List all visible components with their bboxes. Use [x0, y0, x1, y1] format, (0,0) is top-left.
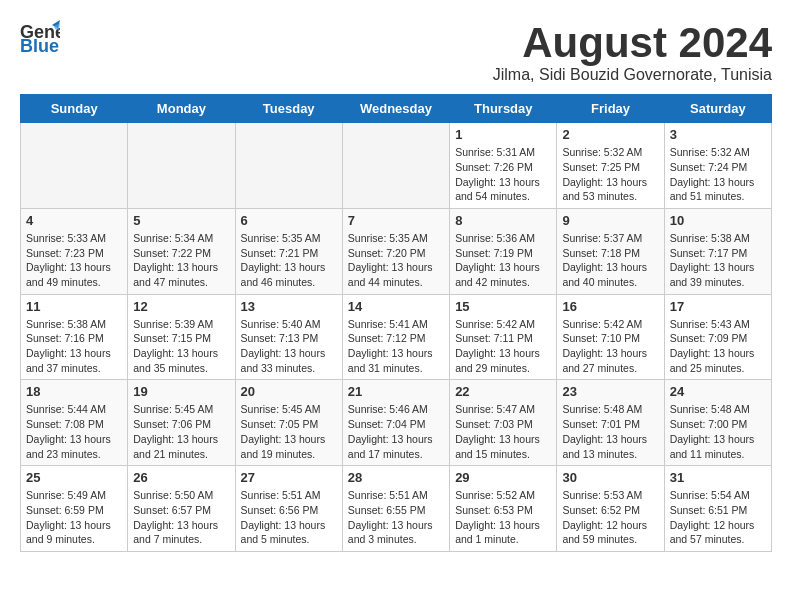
day-of-week-header: Thursday	[450, 95, 557, 123]
page-header: General Blue August 2024 Jilma, Sidi Bou…	[20, 20, 772, 84]
day-number: 23	[562, 384, 658, 399]
day-info: Sunrise: 5:42 AMSunset: 7:10 PMDaylight:…	[562, 317, 658, 376]
day-number: 13	[241, 299, 337, 314]
month-title: August 2024	[493, 20, 772, 66]
calendar-header-row: SundayMondayTuesdayWednesdayThursdayFrid…	[21, 95, 772, 123]
calendar-cell: 12Sunrise: 5:39 AMSunset: 7:15 PMDayligh…	[128, 294, 235, 380]
calendar-cell: 25Sunrise: 5:49 AMSunset: 6:59 PMDayligh…	[21, 466, 128, 552]
day-number: 4	[26, 213, 122, 228]
day-info: Sunrise: 5:32 AMSunset: 7:24 PMDaylight:…	[670, 145, 766, 204]
day-of-week-header: Sunday	[21, 95, 128, 123]
calendar-week-row: 4Sunrise: 5:33 AMSunset: 7:23 PMDaylight…	[21, 208, 772, 294]
day-number: 29	[455, 470, 551, 485]
day-number: 15	[455, 299, 551, 314]
calendar-cell	[342, 123, 449, 209]
calendar-cell	[128, 123, 235, 209]
calendar-cell	[21, 123, 128, 209]
calendar-cell: 17Sunrise: 5:43 AMSunset: 7:09 PMDayligh…	[664, 294, 771, 380]
day-number: 5	[133, 213, 229, 228]
calendar-week-row: 18Sunrise: 5:44 AMSunset: 7:08 PMDayligh…	[21, 380, 772, 466]
day-number: 22	[455, 384, 551, 399]
calendar-cell: 10Sunrise: 5:38 AMSunset: 7:17 PMDayligh…	[664, 208, 771, 294]
day-info: Sunrise: 5:45 AMSunset: 7:05 PMDaylight:…	[241, 402, 337, 461]
day-info: Sunrise: 5:52 AMSunset: 6:53 PMDaylight:…	[455, 488, 551, 547]
day-info: Sunrise: 5:39 AMSunset: 7:15 PMDaylight:…	[133, 317, 229, 376]
day-info: Sunrise: 5:44 AMSunset: 7:08 PMDaylight:…	[26, 402, 122, 461]
day-info: Sunrise: 5:48 AMSunset: 7:00 PMDaylight:…	[670, 402, 766, 461]
day-info: Sunrise: 5:48 AMSunset: 7:01 PMDaylight:…	[562, 402, 658, 461]
day-number: 26	[133, 470, 229, 485]
day-of-week-header: Friday	[557, 95, 664, 123]
calendar-cell: 1Sunrise: 5:31 AMSunset: 7:26 PMDaylight…	[450, 123, 557, 209]
day-of-week-header: Monday	[128, 95, 235, 123]
calendar-cell: 6Sunrise: 5:35 AMSunset: 7:21 PMDaylight…	[235, 208, 342, 294]
calendar-cell: 4Sunrise: 5:33 AMSunset: 7:23 PMDaylight…	[21, 208, 128, 294]
day-number: 27	[241, 470, 337, 485]
day-number: 11	[26, 299, 122, 314]
calendar-cell: 23Sunrise: 5:48 AMSunset: 7:01 PMDayligh…	[557, 380, 664, 466]
day-number: 10	[670, 213, 766, 228]
calendar-cell: 20Sunrise: 5:45 AMSunset: 7:05 PMDayligh…	[235, 380, 342, 466]
calendar-cell: 5Sunrise: 5:34 AMSunset: 7:22 PMDaylight…	[128, 208, 235, 294]
calendar-week-row: 25Sunrise: 5:49 AMSunset: 6:59 PMDayligh…	[21, 466, 772, 552]
day-number: 6	[241, 213, 337, 228]
day-info: Sunrise: 5:33 AMSunset: 7:23 PMDaylight:…	[26, 231, 122, 290]
day-number: 14	[348, 299, 444, 314]
day-number: 31	[670, 470, 766, 485]
day-info: Sunrise: 5:50 AMSunset: 6:57 PMDaylight:…	[133, 488, 229, 547]
calendar-body: 1Sunrise: 5:31 AMSunset: 7:26 PMDaylight…	[21, 123, 772, 552]
day-info: Sunrise: 5:46 AMSunset: 7:04 PMDaylight:…	[348, 402, 444, 461]
logo-icon: General Blue	[20, 20, 60, 59]
calendar-week-row: 1Sunrise: 5:31 AMSunset: 7:26 PMDaylight…	[21, 123, 772, 209]
day-info: Sunrise: 5:45 AMSunset: 7:06 PMDaylight:…	[133, 402, 229, 461]
day-info: Sunrise: 5:47 AMSunset: 7:03 PMDaylight:…	[455, 402, 551, 461]
day-info: Sunrise: 5:54 AMSunset: 6:51 PMDaylight:…	[670, 488, 766, 547]
day-number: 25	[26, 470, 122, 485]
day-number: 16	[562, 299, 658, 314]
day-info: Sunrise: 5:42 AMSunset: 7:11 PMDaylight:…	[455, 317, 551, 376]
day-number: 17	[670, 299, 766, 314]
day-number: 21	[348, 384, 444, 399]
day-info: Sunrise: 5:38 AMSunset: 7:16 PMDaylight:…	[26, 317, 122, 376]
day-info: Sunrise: 5:32 AMSunset: 7:25 PMDaylight:…	[562, 145, 658, 204]
svg-text:Blue: Blue	[20, 36, 59, 55]
calendar-cell: 15Sunrise: 5:42 AMSunset: 7:11 PMDayligh…	[450, 294, 557, 380]
location: Jilma, Sidi Bouzid Governorate, Tunisia	[493, 66, 772, 84]
day-number: 24	[670, 384, 766, 399]
calendar-cell: 7Sunrise: 5:35 AMSunset: 7:20 PMDaylight…	[342, 208, 449, 294]
calendar-cell: 30Sunrise: 5:53 AMSunset: 6:52 PMDayligh…	[557, 466, 664, 552]
calendar-cell: 29Sunrise: 5:52 AMSunset: 6:53 PMDayligh…	[450, 466, 557, 552]
calendar-cell: 3Sunrise: 5:32 AMSunset: 7:24 PMDaylight…	[664, 123, 771, 209]
calendar-cell: 11Sunrise: 5:38 AMSunset: 7:16 PMDayligh…	[21, 294, 128, 380]
day-of-week-header: Saturday	[664, 95, 771, 123]
calendar-cell: 22Sunrise: 5:47 AMSunset: 7:03 PMDayligh…	[450, 380, 557, 466]
day-info: Sunrise: 5:51 AMSunset: 6:55 PMDaylight:…	[348, 488, 444, 547]
day-of-week-header: Tuesday	[235, 95, 342, 123]
calendar-cell: 8Sunrise: 5:36 AMSunset: 7:19 PMDaylight…	[450, 208, 557, 294]
day-number: 18	[26, 384, 122, 399]
day-number: 30	[562, 470, 658, 485]
calendar-cell: 13Sunrise: 5:40 AMSunset: 7:13 PMDayligh…	[235, 294, 342, 380]
calendar-cell: 24Sunrise: 5:48 AMSunset: 7:00 PMDayligh…	[664, 380, 771, 466]
calendar-week-row: 11Sunrise: 5:38 AMSunset: 7:16 PMDayligh…	[21, 294, 772, 380]
calendar-cell: 26Sunrise: 5:50 AMSunset: 6:57 PMDayligh…	[128, 466, 235, 552]
day-of-week-header: Wednesday	[342, 95, 449, 123]
day-info: Sunrise: 5:34 AMSunset: 7:22 PMDaylight:…	[133, 231, 229, 290]
day-number: 12	[133, 299, 229, 314]
day-info: Sunrise: 5:43 AMSunset: 7:09 PMDaylight:…	[670, 317, 766, 376]
day-info: Sunrise: 5:41 AMSunset: 7:12 PMDaylight:…	[348, 317, 444, 376]
day-info: Sunrise: 5:40 AMSunset: 7:13 PMDaylight:…	[241, 317, 337, 376]
calendar-cell: 28Sunrise: 5:51 AMSunset: 6:55 PMDayligh…	[342, 466, 449, 552]
calendar-cell: 9Sunrise: 5:37 AMSunset: 7:18 PMDaylight…	[557, 208, 664, 294]
day-info: Sunrise: 5:35 AMSunset: 7:20 PMDaylight:…	[348, 231, 444, 290]
day-number: 2	[562, 127, 658, 142]
calendar-cell: 21Sunrise: 5:46 AMSunset: 7:04 PMDayligh…	[342, 380, 449, 466]
day-number: 20	[241, 384, 337, 399]
calendar-cell: 18Sunrise: 5:44 AMSunset: 7:08 PMDayligh…	[21, 380, 128, 466]
calendar-cell: 19Sunrise: 5:45 AMSunset: 7:06 PMDayligh…	[128, 380, 235, 466]
calendar-cell	[235, 123, 342, 209]
day-info: Sunrise: 5:49 AMSunset: 6:59 PMDaylight:…	[26, 488, 122, 547]
day-number: 1	[455, 127, 551, 142]
day-number: 28	[348, 470, 444, 485]
day-info: Sunrise: 5:38 AMSunset: 7:17 PMDaylight:…	[670, 231, 766, 290]
